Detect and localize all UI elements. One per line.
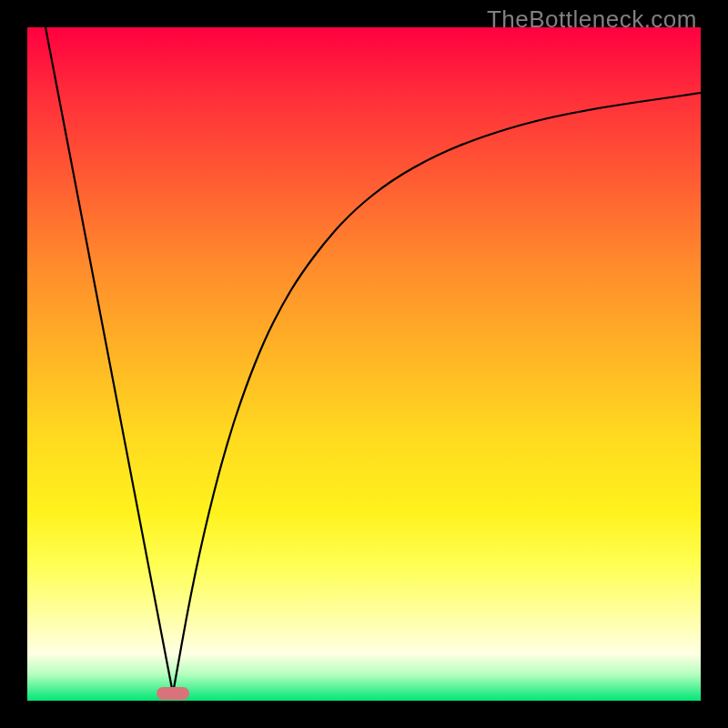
curve-right-branch: [173, 93, 701, 693]
plot-area: [27, 27, 701, 701]
watermark-text: TheBottleneck.com: [487, 5, 697, 34]
curve-left-branch: [46, 27, 173, 693]
bottleneck-curve: [27, 27, 701, 701]
chart-frame: TheBottleneck.com: [0, 0, 728, 728]
minimum-marker: [157, 687, 189, 700]
